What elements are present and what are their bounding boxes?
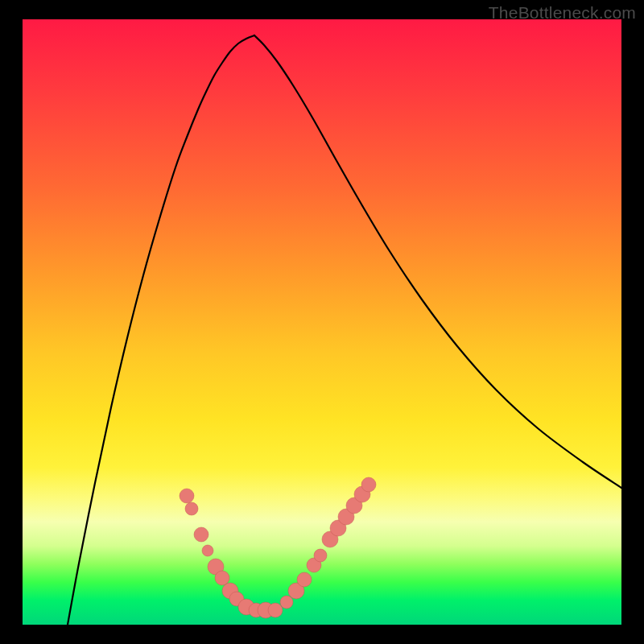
curve-right-branch (254, 35, 621, 488)
right-cluster-5b (361, 477, 376, 492)
data-markers (180, 477, 376, 618)
curve-left-branch (68, 35, 254, 625)
right-cluster-3b (314, 549, 327, 562)
curve-layer (23, 19, 621, 625)
watermark-text: TheBottleneck.com (489, 3, 636, 23)
left-cluster-2 (194, 527, 208, 542)
left-cluster-1b (185, 502, 198, 515)
left-cluster-3 (202, 545, 213, 556)
left-cluster-4b (215, 571, 229, 585)
right-cluster-1 (280, 596, 293, 609)
right-cluster-2b (297, 572, 312, 587)
bottom-4 (268, 603, 283, 617)
chart-container: TheBottleneck.com (0, 0, 644, 644)
left-cluster-1 (180, 489, 194, 503)
plot-area (23, 19, 621, 625)
